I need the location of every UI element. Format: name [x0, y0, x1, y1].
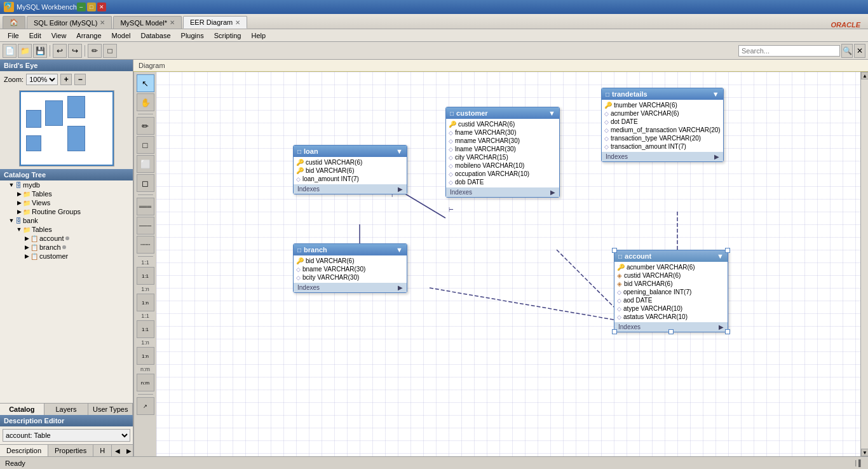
tab-eer-diagram[interactable]: EER Diagram ✕ [183, 16, 247, 29]
handle-bl[interactable] [612, 329, 617, 334]
zoom-select[interactable]: 100% 50% 75% 125% 150% 200% [26, 74, 58, 85]
table-account[interactable]: □account ▼ 🔑 acnumber VARCHAR(6) ◈ custi… [614, 250, 728, 332]
menu-help[interactable]: Help [246, 31, 271, 41]
toolbar-search-btn[interactable]: 🔍 [841, 44, 853, 58]
tab-home[interactable]: 🏠 [3, 16, 25, 29]
menu-view[interactable]: View [46, 31, 72, 41]
toolbar-open[interactable]: 📁 [18, 44, 32, 58]
diagram-canvas[interactable]: | ⊢ □loan ▼ 🔑 custid VARCHAR(6) [156, 72, 860, 456]
tree-mydb-views[interactable]: ▶ 📁 Views [0, 198, 133, 207]
table-trandetails[interactable]: □trandetails ▼ 🔑 tnumber VARCHAR(6) ◇ ac… [601, 88, 724, 162]
vertical-scrollbar[interactable]: ▲ ▼ [860, 72, 868, 456]
menu-scripting[interactable]: Scripting [209, 31, 247, 41]
field-branch-bname: ◇ bname VARCHAR(30) [294, 265, 407, 273]
tool-eraser[interactable]: ✏ [137, 117, 154, 135]
tool-1nb[interactable]: 1:n [137, 347, 154, 365]
handle-tr[interactable] [725, 248, 730, 253]
tree-bank-customer[interactable]: ▶ 📋 customer [0, 252, 133, 261]
zoom-label: Zoom: [4, 76, 24, 83]
tool-route[interactable]: ↗ [137, 397, 154, 415]
maximize-button[interactable]: □ [87, 3, 96, 11]
left-tab-user-types[interactable]: User Types [88, 404, 133, 415]
menu-model[interactable]: Model [107, 31, 136, 41]
table-customer-header: □customer ▼ [446, 107, 559, 119]
tree-mydb-routines[interactable]: ▶ 📁 Routine Groups [0, 207, 133, 216]
close-button[interactable]: ✕ [97, 3, 106, 11]
tree-bank-tables[interactable]: ▼ 📁 Tables [0, 225, 133, 234]
tool-box2[interactable]: ⬜ [137, 155, 154, 173]
toolbar-view[interactable]: □ [103, 44, 117, 58]
tab-sql-editor[interactable]: SQL Editor (MySQL) ✕ [27, 16, 112, 29]
toolbar-clear-btn[interactable]: ✕ [854, 44, 865, 58]
field-cust-mname: ◇ mname VARCHAR(30) [446, 137, 559, 145]
table-trandetails-indexes[interactable]: Indexes ▶ [602, 152, 723, 161]
diagram-area: Diagram ↖ ✋ ✏ □ ⬜ ◻ ═══ ─── ╌╌╌ 1:1 1:1 … [133, 60, 868, 456]
zoom-in-btn[interactable]: + [60, 74, 72, 85]
tree-bank-branch[interactable]: ▶ 📋 branch [0, 243, 133, 252]
table-customer-indexes[interactable]: Indexes ▶ [446, 187, 559, 197]
search-input[interactable] [738, 45, 840, 57]
bottom-nav-prev[interactable]: ◀ [112, 445, 123, 456]
scroll-down[interactable]: ▼ [861, 449, 868, 456]
left-tab-layers[interactable]: Layers [44, 404, 89, 415]
table-loan-indexes[interactable]: Indexes ▶ [294, 184, 407, 194]
tab-sql-editor-close[interactable]: ✕ [100, 19, 105, 26]
scroll-up[interactable]: ▲ [861, 72, 868, 79]
table-loan-header: □loan ▼ [294, 146, 407, 157]
toolbar-save[interactable]: 💾 [33, 44, 47, 58]
tool-select[interactable]: ↖ [137, 74, 154, 92]
left-tab-catalog[interactable]: Catalog [0, 404, 44, 415]
titlebar-title: MySQL Workbench [17, 3, 77, 11]
bottom-tab-description[interactable]: Description [0, 445, 48, 456]
tree-mydb-tables[interactable]: ▶ 📁 Tables [0, 189, 133, 198]
menu-database[interactable]: Database [135, 31, 175, 41]
be-branch [26, 135, 41, 151]
tool-box1[interactable]: □ [137, 136, 154, 154]
toolbar-edit[interactable]: ✏ [88, 44, 102, 58]
tool-nm[interactable]: n:m [137, 374, 154, 391]
tool-rel1[interactable]: ═══ [137, 198, 154, 215]
tool-pan[interactable]: ✋ [137, 93, 154, 111]
tool-1n[interactable]: 1:n [137, 294, 154, 311]
handle-bm[interactable] [668, 329, 674, 334]
table-branch-indexes[interactable]: Indexes ▶ [294, 283, 407, 292]
menu-file[interactable]: File [3, 31, 24, 41]
tree-bank-account[interactable]: ▶ 📋 account [0, 234, 133, 243]
handle-tl[interactable] [612, 248, 617, 253]
tree-mydb[interactable]: ▼ 🗄 mydb [0, 180, 133, 189]
tool-rel2[interactable]: ─── [137, 217, 154, 234]
toolbar-undo[interactable]: ↩ [53, 44, 67, 58]
tool-11[interactable]: 1:1 [137, 267, 154, 285]
bottom-tab-h[interactable]: H [93, 445, 112, 456]
bottom-tab-properties[interactable]: Properties [48, 445, 93, 456]
field-tran-medium: ◇ medium_of_transaction VARCHAR(20) [602, 126, 723, 134]
desc-editor-select[interactable]: account: Table branch: Table customer: T… [3, 429, 130, 442]
menu-arrange[interactable]: Arrange [71, 31, 106, 41]
table-loan[interactable]: □loan ▼ 🔑 custid VARCHAR(6) 🔑 bid VARCHA… [293, 145, 407, 194]
menu-plugins[interactable]: Plugins [176, 31, 209, 41]
tool-box3[interactable]: ◻ [137, 174, 154, 192]
toolbar-new[interactable]: 📄 [3, 44, 17, 58]
tool-rel3[interactable]: ╌╌╌ [137, 236, 154, 254]
field-acc-custid: ◈ custid VARCHAR(6) [614, 271, 728, 280]
account-dot [65, 236, 69, 240]
tool-11b[interactable]: 1:1 [137, 320, 154, 338]
toolbar-redo[interactable]: ↪ [68, 44, 82, 58]
tab-mysql-model[interactable]: MySQL Model* ✕ [113, 16, 182, 29]
handle-br[interactable] [725, 329, 730, 334]
tool-label-11: 1:1 [135, 259, 156, 266]
table-customer[interactable]: □customer ▼ 🔑 custid VARCHAR(6) ◇ fname … [445, 107, 560, 198]
birds-eye-canvas [19, 90, 114, 167]
table-branch-header: □branch ▼ [294, 244, 407, 255]
tab-mysql-model-close[interactable]: ✕ [170, 19, 175, 26]
tool-label-11b: 1:1 [135, 313, 156, 319]
field-cust-lname: ◇ lname VARCHAR(30) [446, 145, 559, 153]
zoom-controls: Zoom: 100% 50% 75% 125% 150% 200% + − [0, 71, 133, 88]
tab-eer-diagram-close[interactable]: ✕ [235, 19, 240, 26]
zoom-out-btn[interactable]: − [74, 74, 86, 85]
tree-bank[interactable]: ▼ 🗄 bank [0, 216, 133, 225]
field-branch-bid: 🔑 bid VARCHAR(6) [294, 257, 407, 265]
table-branch[interactable]: □branch ▼ 🔑 bid VARCHAR(6) ◇ bname VARCH… [293, 243, 407, 293]
minimize-button[interactable]: – [77, 3, 86, 11]
menu-edit[interactable]: Edit [24, 31, 46, 41]
